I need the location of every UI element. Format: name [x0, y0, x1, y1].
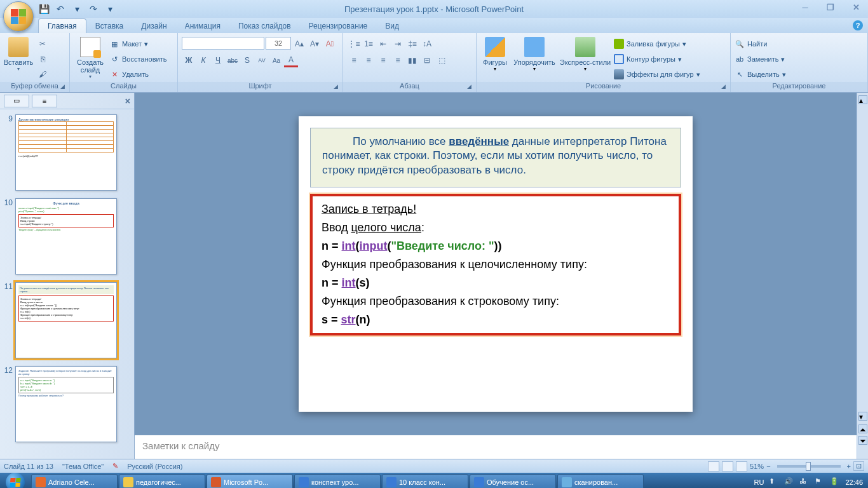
normal-view[interactable] — [708, 461, 719, 471]
taskbar-app[interactable]: 10 класс кон... — [382, 474, 468, 488]
italic-button[interactable]: К — [196, 53, 210, 67]
paste-button[interactable]: Вставить ▾ — [4, 34, 33, 72]
decrease-indent[interactable]: ⇤ — [376, 37, 390, 51]
cut-button[interactable]: ✂ — [36, 37, 50, 51]
align-left[interactable]: ≡ — [347, 53, 361, 67]
strike-button[interactable]: abc — [226, 53, 240, 67]
slide-canvas[interactable]: По умолчанию все введённые данные интерп… — [299, 116, 693, 412]
select-button[interactable]: ↖Выделить ▾ — [735, 67, 786, 81]
case-button[interactable]: Aa — [269, 53, 283, 67]
underline-button[interactable]: Ч — [211, 53, 225, 67]
replace-button[interactable]: abЗаменить ▾ — [735, 52, 785, 66]
slide-textbox-top[interactable]: По умолчанию все введённые данные интерп… — [310, 128, 681, 188]
taskbar-app[interactable]: Microsoft Po... — [207, 474, 293, 488]
format-painter[interactable]: 🖌 — [36, 67, 50, 81]
tab-animation[interactable]: Анимация — [176, 19, 229, 33]
vertical-scrollbar[interactable]: ▴ ▾ ⏶ ⏷ — [857, 93, 868, 459]
fit-window[interactable]: ⊡ — [853, 461, 864, 471]
taskbar-app[interactable]: педагогичес... — [119, 474, 205, 488]
increase-indent[interactable]: ⇥ — [391, 37, 405, 51]
font-family-select[interactable] — [182, 37, 264, 50]
columns-button[interactable]: ▮▮ — [405, 53, 419, 67]
smartart-button[interactable]: ⬚ — [435, 53, 449, 67]
slides-tab[interactable]: ▭ — [4, 95, 29, 107]
zoom-slider[interactable] — [777, 465, 841, 468]
taskbar-app[interactable]: Обучение ос... — [470, 474, 556, 488]
slide-textbox-main[interactable]: Запись в тетрадь! Ввод целого числа: n =… — [310, 194, 681, 336]
undo-button[interactable]: ↶ — [55, 3, 66, 15]
help-button[interactable]: ? — [853, 20, 863, 30]
undo-drop[interactable]: ▾ — [71, 3, 83, 15]
minimize-button[interactable]: ─ — [797, 1, 813, 13]
prev-slide[interactable]: ⏶ — [858, 424, 867, 433]
numbering-button[interactable]: 1≡ — [362, 37, 376, 51]
zoom-out[interactable]: − — [766, 463, 770, 470]
tab-insert[interactable]: Вставка — [86, 19, 133, 33]
taskbar-app[interactable]: сканирован... — [557, 474, 644, 488]
thumb-slide-9[interactable]: Другие математические операции: c = (a-b… — [15, 114, 117, 191]
tab-view[interactable]: Вид — [376, 19, 408, 33]
reset-button[interactable]: ↺Восстановить — [109, 52, 166, 66]
bold-button[interactable]: Ж — [182, 53, 196, 67]
tray-updates-icon[interactable]: ⬆ — [769, 477, 779, 487]
shrink-font[interactable]: A▾ — [308, 37, 322, 51]
shape-fill-button[interactable]: Заливка фигуры ▾ — [614, 37, 700, 51]
redo-button[interactable]: ↷ — [88, 3, 99, 15]
notes-pane[interactable]: Заметки к слайду — [135, 435, 857, 459]
shape-outline-button[interactable]: Контур фигуры ▾ — [614, 52, 700, 66]
tray-clock[interactable]: 22:46 — [845, 478, 863, 486]
shadow-button[interactable]: S — [240, 53, 254, 67]
grow-font[interactable]: A▴ — [292, 37, 306, 51]
align-center[interactable]: ≡ — [362, 53, 376, 67]
text-direction[interactable]: ↕A — [420, 37, 434, 51]
tab-home[interactable]: Главная — [38, 18, 86, 33]
arrange-button[interactable]: Упорядочить▾ — [512, 34, 557, 72]
start-button[interactable] — [0, 473, 31, 488]
sorter-view[interactable] — [722, 461, 733, 471]
close-panel[interactable]: × — [125, 96, 130, 106]
align-justify[interactable]: ≡ — [391, 53, 405, 67]
taskbar-app[interactable]: Adriano Cele... — [31, 474, 118, 488]
line-spacing[interactable]: ‡≡ — [405, 37, 419, 51]
outline-tab[interactable]: ≡ — [32, 95, 57, 107]
shape-effects-button[interactable]: Эффекты для фигур ▾ — [614, 67, 700, 81]
spell-icon[interactable]: ✎ — [112, 462, 118, 470]
draw-launcher[interactable]: ◢ — [721, 83, 729, 91]
close-button[interactable]: ✕ — [848, 1, 864, 13]
shapes-button[interactable]: Фигуры▾ — [480, 34, 510, 72]
font-launcher[interactable]: ◢ — [334, 83, 341, 91]
find-button[interactable]: 🔍Найти — [735, 37, 767, 51]
taskbar-app[interactable]: конспект уро... — [294, 474, 381, 488]
delete-slide-button[interactable]: ✕Удалить — [109, 67, 166, 81]
thumbnail-list[interactable]: 9 Другие математические операции: c = (a… — [0, 109, 134, 459]
language-status[interactable]: Русский (Россия) — [127, 463, 182, 470]
tray-network-icon[interactable]: 🖧 — [799, 477, 810, 487]
clear-format[interactable]: Aͮ — [323, 37, 337, 51]
font-size-select[interactable]: 32 — [266, 37, 291, 50]
next-slide[interactable]: ⏷ — [858, 436, 867, 445]
layout-button[interactable]: ▦Макет ▾ — [109, 37, 166, 51]
thumb-slide-10[interactable]: Функция ввода name = input("Введите своё… — [15, 198, 117, 274]
qat-customize[interactable]: ▾ — [104, 3, 116, 15]
bullets-button[interactable]: ⋮≡ — [347, 37, 361, 51]
copy-button[interactable]: ⎘ — [36, 52, 50, 66]
thumb-slide-11[interactable]: По умолчанию все введённые данные интерп… — [15, 282, 117, 358]
para-launcher[interactable]: ◢ — [467, 83, 475, 91]
office-button[interactable] — [3, 1, 34, 32]
tab-review[interactable]: Рецензирование — [300, 19, 377, 33]
font-color-button[interactable]: A — [284, 53, 298, 67]
restore-button[interactable]: ❐ — [822, 1, 839, 13]
new-slide-button[interactable]: Создать слайд ▾ — [74, 34, 107, 79]
slideshow-view[interactable] — [736, 461, 747, 471]
zoom-in[interactable]: + — [847, 463, 851, 470]
clipboard-launcher[interactable]: ◢ — [60, 83, 68, 91]
tray-action-icon[interactable]: ⚑ — [815, 477, 825, 487]
tray-volume-icon[interactable]: 🔊 — [784, 477, 794, 487]
scroll-down[interactable]: ▾ — [858, 412, 867, 421]
zoom-percent[interactable]: 51% — [750, 463, 764, 470]
quick-styles-button[interactable]: Экспресс-стили▾ — [559, 34, 611, 72]
align-text[interactable]: ⊟ — [420, 53, 434, 67]
tray-lang[interactable]: RU — [754, 478, 764, 486]
spacing-button[interactable]: AV — [255, 53, 269, 67]
scroll-up[interactable]: ▴ — [858, 95, 867, 104]
